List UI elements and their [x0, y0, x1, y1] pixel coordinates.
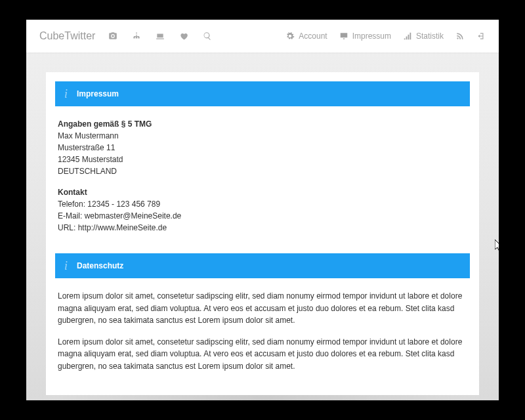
- impressum-body: Angaben gemäß § 5 TMG Max Mustermann Mus…: [55, 118, 470, 234]
- info-icon: i: [64, 88, 68, 100]
- datenschutz-header: i Datenschutz: [55, 253, 470, 278]
- impressum-email: E-Mail: webmaster@MeineSeite.de: [58, 211, 181, 220]
- datenschutz-title: Datenschutz: [77, 261, 123, 270]
- nav-left: [108, 32, 212, 41]
- logout-icon[interactable]: [476, 32, 486, 41]
- datenschutz-para2: Lorem ipsum dolor sit amet, consetetur s…: [58, 336, 467, 373]
- cursor-icon: [495, 240, 499, 253]
- navbar: CubeTwitter Account: [26, 20, 499, 52]
- nav-account[interactable]: Account: [285, 32, 327, 41]
- nav-statistik[interactable]: Statistik: [403, 32, 444, 41]
- impressum-name: Max Mustermann: [58, 131, 119, 140]
- laptop-icon[interactable]: [156, 32, 165, 41]
- impressum-header: i Impressum: [55, 81, 470, 106]
- impressum-phone: Telefon: 12345 - 123 456 789: [58, 200, 160, 209]
- search-icon[interactable]: [203, 32, 212, 41]
- signal-icon: [403, 32, 412, 41]
- nav-account-label: Account: [299, 32, 327, 41]
- nav-statistik-label: Statistik: [416, 32, 444, 41]
- sitemap-icon[interactable]: [132, 32, 141, 41]
- impressum-url: URL: http://www.MeineSeite.de: [58, 223, 167, 232]
- content-card: i Impressum Angaben gemäß § 5 TMG Max Mu…: [46, 72, 479, 395]
- impressum-heading1: Angaben gemäß § 5 TMG: [58, 119, 152, 129]
- monitor-icon: [339, 32, 348, 41]
- brand[interactable]: CubeTwitter: [39, 30, 95, 42]
- impressum-city: 12345 Musterstatd: [58, 155, 123, 164]
- gear-icon: [285, 32, 295, 41]
- nav-impressum[interactable]: Impressum: [339, 32, 391, 41]
- impressum-street: Musterstraße 11: [58, 143, 115, 152]
- info-icon: i: [64, 260, 68, 272]
- impressum-country: DEUTSCHLAND: [58, 167, 117, 176]
- nav-right: Account Impressum Statistik: [285, 32, 486, 41]
- rss-icon[interactable]: [455, 32, 465, 41]
- impressum-title: Impressum: [77, 89, 119, 98]
- impressum-heading2: Kontakt: [58, 188, 87, 197]
- camera-icon[interactable]: [108, 32, 117, 41]
- datenschutz-body: Lorem ipsum dolor sit amet, consetetur s…: [55, 290, 470, 373]
- heart-icon[interactable]: [179, 32, 188, 41]
- nav-impressum-label: Impressum: [352, 32, 391, 41]
- datenschutz-para1: Lorem ipsum dolor sit amet, consetetur s…: [58, 290, 467, 327]
